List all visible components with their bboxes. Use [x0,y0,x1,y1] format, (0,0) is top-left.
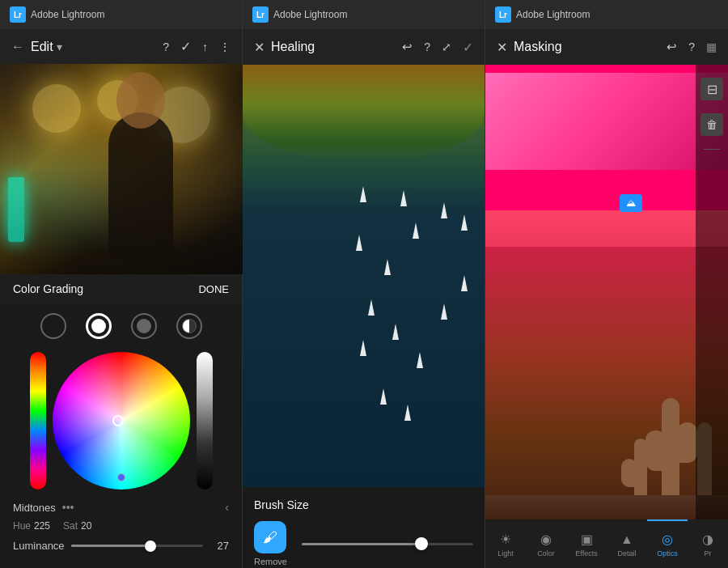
hue-gradient-bar[interactable] [30,352,46,490]
light-icon: ☀ [500,532,511,547]
healing-header-left: ✕ Healing [254,40,315,55]
masking-bottom-tabs: ☀ Light ◉ Color ▣ Effects ▲ Detail ◎ Opt… [485,519,728,568]
tools-row: Color Grading DONE [0,274,242,303]
close-icon-3[interactable]: ✕ [497,40,507,55]
luminance-fill [71,545,150,547]
cactus-area [485,247,728,519]
person-silhouette [92,96,189,258]
masking-photo[interactable]: ⊟ 🗑 [485,65,728,519]
detail-icon: ▲ [620,532,633,547]
tab-effects[interactable]: ▣ Effects [566,519,607,568]
masking-title: Masking [514,40,562,54]
edit-chevron[interactable]: ▾ [57,40,62,53]
color-icon: ◉ [540,532,552,547]
masking-panel: Lr Adobe Lightroom ✕ Masking ↩ ? ▦ ⊟ 🗑 [485,0,728,568]
done-button[interactable]: DONE [198,283,229,295]
masking-header-icons: ↩ ? ▦ [667,40,717,54]
brush-size-label: Brush Size [254,498,473,511]
tab-optics[interactable]: ◎ Optics [647,519,688,568]
edit-header: ← Edit ▾ ? ✓ ↑ ⋮ [0,29,242,64]
remove-label: Remove [254,557,287,566]
highlights-wheel-icon[interactable] [131,313,157,339]
ground-scrub [485,495,728,519]
lr-logo-2: Lr [252,6,269,23]
brush-slider-row: 🖌 Remove [254,521,473,566]
pr-icon: ◑ [702,532,713,547]
back-button-1[interactable]: ← [11,40,24,54]
color-wheel-container [10,352,232,490]
mask-delete-icon[interactable]: 🗑 [700,113,723,136]
app-title-1: Adobe Lightroom [31,9,104,20]
healing-panel: Lr Adobe Lightroom ✕ Healing ↩ ? ⤢ ✓ [243,0,485,568]
app-title-2: Adobe Lightroom [273,9,347,20]
header-left-1: ← Edit ▾ [11,40,62,54]
tab-pr[interactable]: ◑ Pr [688,519,728,568]
edit-panel: Lr Adobe Lightroom ← Edit ▾ ? ✓ ↑ ⋮ [0,0,243,568]
masking-header-left: ✕ Masking [497,40,562,55]
app-title-3: Adobe Lightroom [516,9,590,20]
healing-title: Healing [271,40,315,54]
redo-icon[interactable]: ↩ [402,40,413,54]
cactus-3 [634,439,647,503]
tab-light[interactable]: ☀ Light [485,519,526,568]
mask-separator [704,149,720,150]
grid-icon[interactable]: ▦ [706,40,717,53]
remove-btn-container: 🖌 Remove [254,521,287,566]
exposure-wheel-icon[interactable] [176,313,202,339]
luminance-label: Luminance [13,540,65,552]
remove-button[interactable]: 🖌 [254,521,286,553]
mask-layer-icon[interactable]: ⊟ [700,78,723,100]
edit-title: Edit ▾ [31,40,62,54]
edit-photo-preview [0,64,243,274]
effects-icon: ▣ [581,532,593,547]
image-placeholder-icon [620,194,642,212]
tab-detail[interactable]: ▲ Detail [607,519,647,568]
brush-size-slider[interactable] [302,543,473,545]
checkmark-icon-2[interactable]: ✓ [463,40,473,55]
lr-logo-3: Lr [495,6,511,23]
checkmark-icon-1[interactable]: ✓ [180,39,191,54]
luminance-row: Luminance 27 [10,540,232,552]
color-wheel[interactable] [53,352,190,490]
help-icon-2[interactable]: ? [424,40,430,53]
expand-icon[interactable]: ⤢ [442,40,451,53]
brush-slider-thumb[interactable] [415,537,428,550]
shadows-wheel-icon[interactable] [40,313,66,339]
panel3-titlebar: Lr Adobe Lightroom [485,0,728,29]
hue-sat-row: Hue225 Sat20 [10,520,232,532]
share-icon-1[interactable]: ↑ [202,40,208,53]
hue-label: Hue225 [13,520,50,532]
midtones-label: Midtones [13,502,56,514]
undo-icon[interactable]: ↩ [667,40,677,54]
help-icon-1[interactable]: ? [163,40,169,53]
detail-label: Detail [617,549,636,557]
sat-label: Sat20 [63,520,91,532]
wheel-dot[interactable] [112,415,124,426]
color-label: Color [537,549,555,557]
more-icon-1[interactable]: ⋮ [219,40,231,53]
optics-icon: ◎ [662,532,673,547]
help-icon-3[interactable]: ? [688,40,695,53]
close-icon-2[interactable]: ✕ [254,40,265,55]
cg-icons-row [10,313,232,339]
blue-indicator-dot [117,473,125,481]
masking-header: ✕ Masking ↩ ? ▦ [485,29,728,65]
color-grading-label: Color Grading [13,282,83,295]
midtones-wheel-icon[interactable] [86,313,112,339]
midtones-chevron[interactable]: ‹ [225,501,229,514]
midtones-options[interactable]: ••• [62,501,74,514]
luminance-thumb[interactable] [145,540,156,552]
effects-label: Effects [575,549,597,557]
brush-slider-fill [302,543,421,545]
healing-header: ✕ Healing ↩ ? ⤢ ✓ [243,29,485,65]
sky-area [485,73,728,170]
tab-color[interactable]: ◉ Color [526,519,566,568]
healing-header-icons: ↩ ? ⤢ ✓ [402,40,473,55]
color-grading-section: Midtones ••• ‹ Hue225 Sat20 Luminance 27 [0,303,242,568]
luminance-slider[interactable] [71,545,203,547]
midtones-row: Midtones ••• ‹ [10,501,232,514]
healing-bottom: Brush Size 🖌 Remove [243,487,485,568]
healing-photo[interactable] [243,65,485,487]
teal-light [8,177,24,242]
luminance-gradient-bar[interactable] [197,352,213,490]
